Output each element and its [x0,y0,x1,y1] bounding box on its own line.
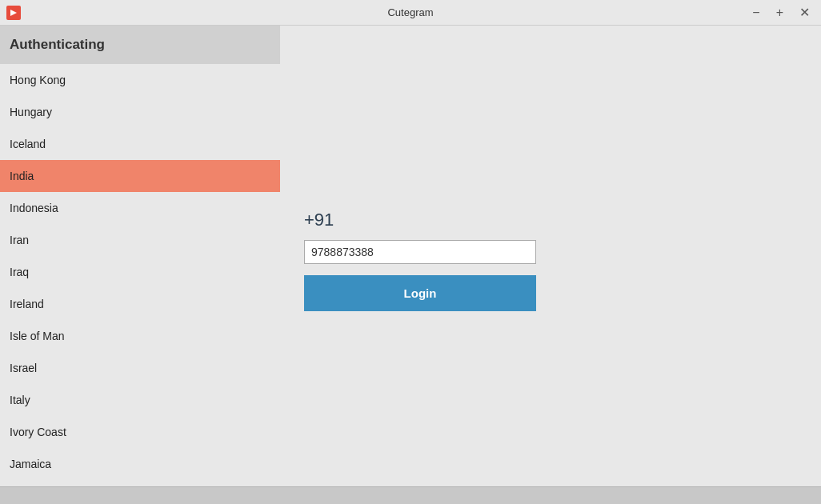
list-item[interactable]: Indonesia [0,192,280,224]
login-button[interactable]: Login [304,275,536,311]
app-icon [6,6,21,20]
list-item[interactable]: Ireland [0,288,280,320]
title-bar: Cutegram − + ✕ [0,0,821,26]
list-item[interactable]: Israel [0,352,280,384]
phone-code: +91 [304,210,334,230]
list-item[interactable]: Iceland [0,128,280,160]
phone-input[interactable] [304,240,536,264]
right-panel: +91 Login [280,26,821,486]
maximize-button[interactable]: + [771,5,788,21]
content-area: Authenticating Hong KongHungaryIcelandIn… [0,26,821,486]
list-item[interactable]: Isle of Man [0,320,280,352]
list-item[interactable]: Ivory Coast [0,416,280,448]
title-bar-controls: − + ✕ [747,5,815,21]
status-bar [0,486,821,504]
list-item[interactable]: Hong Kong [0,64,280,96]
left-panel: Authenticating Hong KongHungaryIcelandIn… [0,26,280,486]
window-title: Cutegram [387,6,433,18]
list-item[interactable]: Italy [0,384,280,416]
list-item[interactable]: Hungary [0,96,280,128]
list-item[interactable]: India [0,160,280,192]
country-list: Hong KongHungaryIcelandIndiaIndonesiaIra… [0,64,280,486]
auth-header: Authenticating [0,26,280,64]
svg-marker-0 [10,10,17,16]
minimize-button[interactable]: − [747,5,764,21]
list-item[interactable]: Jamaica [0,448,280,480]
list-item[interactable]: Iraq [0,256,280,288]
list-item[interactable]: Iran [0,224,280,256]
title-bar-left [6,6,21,20]
close-button[interactable]: ✕ [795,5,815,21]
